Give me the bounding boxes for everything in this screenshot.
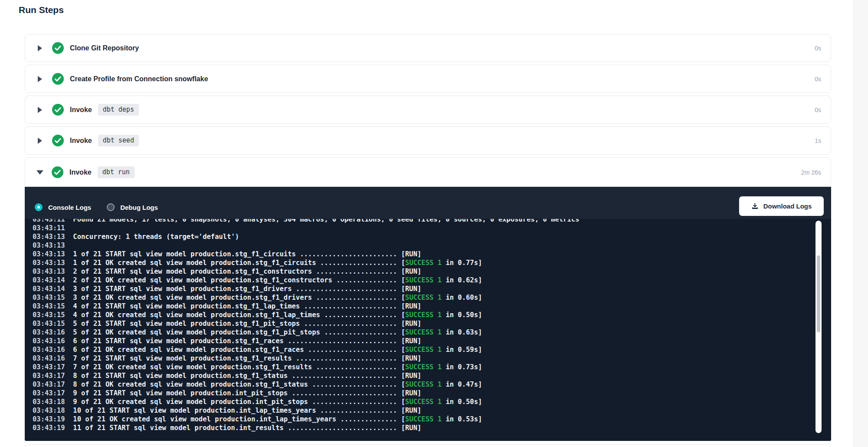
- step-title: Invoke: [70, 137, 92, 145]
- log-message: 5 of 21 OK created sql view model produc…: [65, 328, 397, 336]
- log-status-success: SUCCESS 1: [405, 311, 442, 319]
- check-circle-icon: [52, 135, 64, 146]
- scrollbar-track[interactable]: [815, 221, 822, 433]
- console-logs-radio[interactable]: Console Logs: [35, 203, 91, 211]
- log-status-success: SUCCESS 1: [405, 294, 442, 301]
- log-panel-header: [25, 187, 831, 219]
- log-timestamp: 03:43:19: [33, 424, 65, 432]
- step-card-create-profile[interactable]: Create Profile from Connection snowflake…: [25, 65, 831, 93]
- log-status-success: SUCCESS 1: [405, 415, 442, 423]
- log-timestamp: 03:43:17: [33, 372, 65, 380]
- log-timestamp: 03:43:13: [33, 233, 65, 241]
- radio-label: Debug Logs: [120, 204, 158, 211]
- scrollbar-thumb[interactable]: [817, 255, 820, 332]
- log-message: 7 of 21 OK created sql view model produc…: [65, 363, 397, 371]
- log-status: [RUN]: [397, 354, 421, 362]
- caret-down-icon[interactable]: [36, 170, 43, 175]
- step-title: Invoke: [69, 169, 92, 176]
- log-message: 2 of 21 OK created sql view model produc…: [65, 276, 397, 284]
- caret-right-icon[interactable]: [38, 45, 42, 51]
- step-duration: 0s: [815, 76, 821, 83]
- log-status: [RUN]: [397, 424, 421, 432]
- log-message: 9 of 21 OK created sql view model produc…: [65, 398, 397, 406]
- radio-unselected-icon[interactable]: [107, 203, 115, 211]
- log-timestamp: 03:43:14: [33, 276, 65, 284]
- step-title: Invoke: [70, 106, 92, 114]
- log-line: 03:43:11: [33, 224, 831, 232]
- log-timestamp: 03:43:13: [33, 250, 65, 258]
- log-timestamp: 03:43:17: [33, 363, 65, 371]
- log-timestamp: 03:43:18: [33, 407, 65, 414]
- log-type-radio-group: Console Logs Debug Logs: [35, 203, 158, 211]
- log-timestamp: 03:43:17: [33, 389, 65, 397]
- log-message: 8 of 21 START sql view model production.…: [65, 372, 397, 380]
- log-viewport[interactable]: 03:43:11 Found 21 models, 17 tests, 0 sn…: [25, 219, 831, 440]
- log-status-success: SUCCESS 1: [405, 363, 442, 371]
- radio-selected-icon[interactable]: [35, 203, 43, 211]
- log-status: [RUN]: [397, 302, 421, 310]
- check-circle-icon: [52, 73, 64, 85]
- download-logs-button[interactable]: Download Logs: [739, 196, 824, 216]
- step-command-badge: dbt seed: [98, 135, 139, 146]
- step-duration: 1s: [815, 137, 821, 144]
- debug-logs-radio[interactable]: Debug Logs: [107, 203, 158, 211]
- log-message: 3 of 21 OK created sql view model produc…: [65, 294, 397, 301]
- log-line: 03:43:11 Found 21 models, 17 tests, 0 sn…: [33, 219, 831, 224]
- log-line: 03:43:18 9 of 21 OK created sql view mod…: [33, 397, 831, 406]
- log-message: 6 of 21 OK created sql view model produc…: [65, 346, 397, 354]
- run-steps-page: Run Steps Clone Git Repository 0s Create…: [0, 0, 868, 447]
- page-right-gutter: [853, 0, 868, 447]
- log-timestamp: 03:43:11: [33, 224, 65, 232]
- log-line: 03:43:17 9 of 21 START sql view model pr…: [33, 389, 831, 397]
- log-status: [RUN]: [397, 389, 421, 397]
- log-timestamp: 03:43:16: [33, 328, 65, 336]
- log-message: 8 of 21 OK created sql view model produc…: [65, 381, 397, 388]
- log-message: [65, 242, 73, 249]
- log-line: 03:43:13 1 of 21 START sql view model pr…: [33, 250, 831, 258]
- log-timestamp: 03:43:18: [33, 398, 65, 406]
- step-header-dbt-run[interactable]: Invoke dbt run 2m 26s: [25, 157, 831, 187]
- log-line: 03:43:16 6 of 21 START sql view model pr…: [33, 337, 831, 345]
- caret-right-icon[interactable]: [38, 76, 42, 82]
- log-line: 03:43:19 10 of 21 OK created sql view mo…: [33, 415, 831, 424]
- log-timestamp: 03:43:14: [33, 285, 65, 293]
- caret-right-icon[interactable]: [38, 107, 42, 113]
- log-status-success: SUCCESS 1: [405, 398, 442, 406]
- step-card-dbt-seed[interactable]: Invoke dbt seed 1s: [25, 126, 831, 155]
- radio-label: Console Logs: [48, 204, 91, 211]
- log-line: 03:43:16 7 of 21 START sql view model pr…: [33, 354, 831, 363]
- step-title: Clone Git Repository: [70, 44, 139, 52]
- log-message: 9 of 21 START sql view model production.…: [65, 389, 397, 397]
- log-message: 11 of 21 START sql view model production…: [65, 424, 397, 432]
- log-line: 03:43:18 10 of 21 START sql view model p…: [33, 406, 831, 415]
- caret-right-icon[interactable]: [38, 138, 42, 144]
- log-line: 03:43:13 1 of 21 OK created sql view mod…: [33, 258, 831, 267]
- check-circle-icon: [52, 42, 64, 54]
- page-title: Run Steps: [19, 5, 64, 15]
- log-line: 03:43:16 6 of 21 OK created sql view mod…: [33, 345, 831, 354]
- step-title: Create Profile from Connection snowflake: [70, 75, 208, 83]
- log-timestamp: 03:43:16: [33, 346, 65, 354]
- step-card-clone-git[interactable]: Clone Git Repository 0s: [25, 34, 831, 62]
- log-timestamp: 03:43:13: [33, 242, 65, 249]
- log-message: 1 of 21 START sql view model production.…: [65, 250, 397, 258]
- step-duration: 0s: [815, 45, 821, 52]
- log-timestamp: 03:43:17: [33, 381, 65, 388]
- log-message: 4 of 21 START sql view model production.…: [65, 302, 397, 310]
- log-status: [RUN]: [397, 285, 421, 293]
- log-line: 03:43:17 8 of 21 OK created sql view mod…: [33, 380, 831, 389]
- step-card-dbt-deps[interactable]: Invoke dbt deps 0s: [25, 96, 831, 124]
- log-status: [RUN]: [397, 268, 421, 275]
- log-lines: 03:43:11 Found 21 models, 17 tests, 0 sn…: [25, 219, 831, 432]
- download-icon: [751, 202, 759, 210]
- log-timestamp: 03:43:15: [33, 311, 65, 319]
- download-logs-label: Download Logs: [763, 202, 812, 210]
- log-status-success: SUCCESS 1: [405, 346, 442, 354]
- step-duration: 2m 26s: [801, 169, 821, 176]
- log-message: 4 of 21 OK created sql view model produc…: [65, 311, 397, 319]
- next-step-card-edge: [25, 444, 831, 447]
- log-line: 03:43:13: [33, 241, 831, 250]
- log-line: 03:43:15 4 of 21 OK created sql view mod…: [33, 311, 831, 319]
- log-status: [RUN]: [397, 372, 421, 380]
- log-line: 03:43:19 11 of 21 START sql view model p…: [33, 424, 831, 432]
